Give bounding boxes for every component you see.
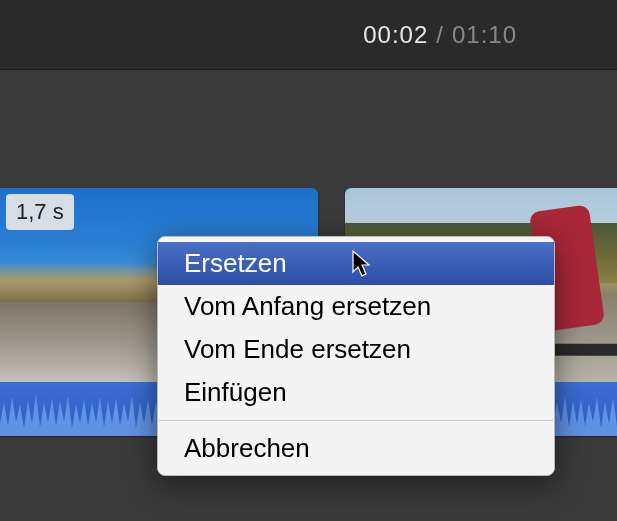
- toolbar: 00:02 / 01:10: [0, 0, 617, 70]
- menu-item-replace[interactable]: Ersetzen: [158, 242, 554, 285]
- menu-item-insert[interactable]: Einfügen: [158, 371, 554, 414]
- clip-duration-badge: 1,7 s: [6, 194, 74, 230]
- time-separator: /: [436, 21, 444, 49]
- playhead-current-time: 00:02: [363, 21, 428, 49]
- menu-item-replace-from-start[interactable]: Vom Anfang ersetzen: [158, 285, 554, 328]
- playhead-total-time: 01:10: [452, 21, 517, 49]
- menu-item-cancel[interactable]: Abbrechen: [158, 427, 554, 470]
- context-menu: Ersetzen Vom Anfang ersetzen Vom Ende er…: [157, 236, 555, 476]
- timeline[interactable]: 1,7 s Ersetzen Vom Anfang ersetzen Vom E…: [0, 70, 617, 521]
- menu-item-replace-from-end[interactable]: Vom Ende ersetzen: [158, 328, 554, 371]
- menu-divider: [159, 420, 553, 421]
